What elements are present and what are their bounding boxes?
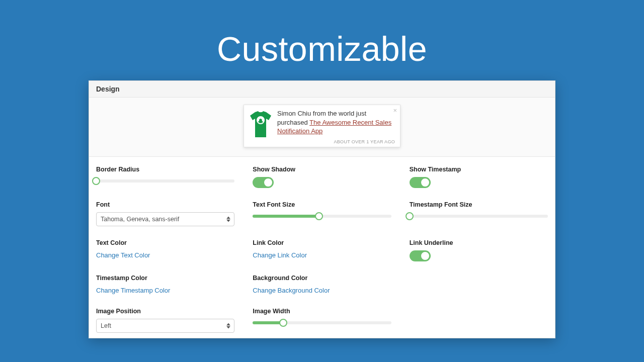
select-image-position-value: Left bbox=[101, 322, 111, 329]
label-image-width: Image Width bbox=[253, 308, 391, 315]
label-background-color: Background Color bbox=[253, 275, 391, 282]
toggle-show-shadow[interactable] bbox=[253, 177, 274, 188]
control-link-underline: Link Underline bbox=[410, 239, 548, 261]
link-change-text-color[interactable]: Change Text Color bbox=[96, 251, 150, 259]
control-image-position: Image Position Left bbox=[96, 308, 234, 333]
slider-image-width[interactable] bbox=[253, 319, 391, 327]
panel-header: Design bbox=[89, 81, 555, 98]
label-text-font-size: Text Font Size bbox=[253, 201, 391, 208]
control-font: Font Tahoma, Geneva, sans-serif bbox=[96, 201, 234, 226]
select-image-position[interactable]: Left bbox=[96, 319, 234, 333]
label-show-shadow: Show Shadow bbox=[253, 166, 391, 173]
label-link-color: Link Color bbox=[253, 239, 391, 246]
control-text-font-size: Text Font Size bbox=[253, 201, 391, 226]
toggle-show-timestamp[interactable] bbox=[410, 177, 431, 188]
label-link-underline: Link Underline bbox=[410, 239, 548, 246]
select-font[interactable]: Tahoma, Geneva, sans-serif bbox=[96, 212, 234, 226]
control-show-shadow: Show Shadow bbox=[253, 166, 391, 188]
control-background-color: Background Color Change Background Color bbox=[253, 275, 391, 295]
slider-timestamp-font-size[interactable] bbox=[410, 212, 548, 220]
control-timestamp-font-size: Timestamp Font Size bbox=[410, 201, 548, 226]
label-timestamp-color: Timestamp Color bbox=[96, 275, 234, 282]
link-change-link-color[interactable]: Change Link Color bbox=[253, 251, 307, 259]
label-timestamp-font-size: Timestamp Font Size bbox=[410, 201, 548, 208]
label-font: Font bbox=[96, 201, 234, 208]
notification-body: Simon Chiu from the world just purchased… bbox=[277, 109, 395, 145]
close-icon[interactable]: × bbox=[393, 107, 397, 114]
toggle-link-underline[interactable] bbox=[410, 250, 431, 261]
design-panel: Design × Simon Chiu from the world just … bbox=[89, 80, 555, 338]
preview-area: × Simon Chiu from the world just purchas… bbox=[89, 98, 555, 157]
label-text-color: Text Color bbox=[96, 239, 234, 246]
select-font-value: Tahoma, Geneva, sans-serif bbox=[101, 216, 179, 223]
control-show-timestamp: Show Timestamp bbox=[410, 166, 548, 188]
label-border-radius: Border Radius bbox=[96, 166, 234, 173]
hero-title: Customizable bbox=[0, 29, 644, 68]
control-timestamp-color: Timestamp Color Change Timestamp Color bbox=[96, 275, 234, 295]
slider-text-font-size[interactable] bbox=[253, 212, 391, 220]
controls-grid: Border Radius Show Shadow Show Timestamp… bbox=[89, 157, 555, 338]
notification-timestamp: ABOUT OVER 1 YEAR AGO bbox=[277, 139, 395, 145]
product-image bbox=[249, 111, 272, 138]
notification-card: × Simon Chiu from the world just purchas… bbox=[244, 105, 400, 147]
control-text-color: Text Color Change Text Color bbox=[96, 239, 234, 261]
chevron-up-down-icon bbox=[225, 216, 232, 222]
label-show-timestamp: Show Timestamp bbox=[410, 166, 548, 173]
control-border-radius: Border Radius bbox=[96, 166, 234, 188]
label-image-position: Image Position bbox=[96, 308, 234, 315]
slider-border-radius[interactable] bbox=[96, 177, 234, 185]
control-image-width: Image Width bbox=[253, 308, 391, 333]
link-change-timestamp-color[interactable]: Change Timestamp Color bbox=[96, 287, 170, 294]
control-link-color: Link Color Change Link Color bbox=[253, 239, 391, 261]
link-change-background-color[interactable]: Change Background Color bbox=[253, 287, 330, 294]
chevron-up-down-icon bbox=[225, 323, 232, 328]
